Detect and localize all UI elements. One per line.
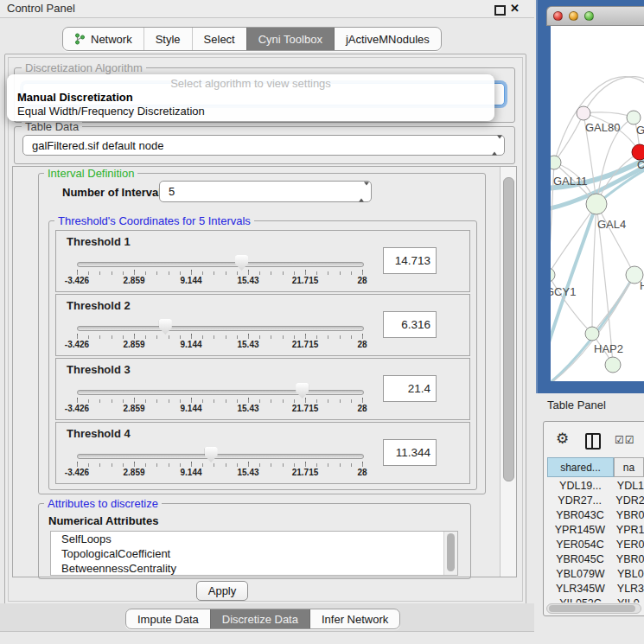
tick-label: 21.715 (292, 276, 319, 285)
checkbox-icons[interactable]: ☑☑ (615, 434, 635, 446)
threshold-slider-track[interactable] (77, 262, 364, 267)
settings-gear-icon[interactable]: ⚙ (556, 430, 569, 447)
table-row[interactable]: YDL19...YDL1 (547, 480, 644, 494)
table-data-combobox[interactable]: galFiltered.sif default node (22, 135, 505, 156)
tick-label: -3.426 (65, 468, 89, 477)
cell-name: YLR3 (614, 583, 644, 597)
table-row[interactable]: YIL052CYIL0 (547, 597, 644, 603)
tab-infer-network[interactable]: Infer Network (309, 609, 399, 628)
slider-tick-labels: -3.4262.8599.14415.4321.71528 (77, 468, 362, 478)
tick-label: 15.43 (237, 468, 258, 477)
tab-impute-data[interactable]: Impute Data (126, 609, 210, 628)
slider-thumb-icon[interactable] (205, 447, 218, 462)
network-window-titlebar[interactable] (546, 6, 644, 26)
zoom-traffic-light-icon[interactable] (584, 11, 594, 21)
network-view[interactable]: GAL80GACGAL11GAL4GCY1HHAP2 (551, 26, 644, 381)
table-row[interactable]: YLR345WYLR3 (547, 583, 644, 597)
threshold-slider-track[interactable] (77, 454, 364, 459)
tab-style[interactable]: Style (143, 28, 192, 50)
tick-label: -3.426 (65, 276, 89, 285)
node-label: H (640, 279, 644, 292)
column-layout-icon[interactable] (585, 433, 601, 450)
table-row[interactable]: YPR145WYPR1 (547, 524, 644, 539)
table-row[interactable]: YBL079WYBL0 (547, 568, 644, 583)
tab-jactivemnodules[interactable]: jActiveMNodules (334, 28, 441, 50)
threshold-value-field[interactable]: 11.344 (383, 439, 437, 466)
tick-label: 2.859 (123, 340, 144, 349)
popup-item-manual-discretization[interactable]: Manual Discretization (17, 91, 133, 104)
scrollbar-thumb[interactable] (503, 177, 514, 481)
table-data-value: galFiltered.sif default node (32, 139, 163, 152)
network-node-hap2[interactable] (585, 327, 599, 341)
numerical-attributes-label: Numerical Attributes (48, 514, 158, 527)
network-icon (74, 33, 86, 45)
cell-name: YPR1 (613, 524, 644, 539)
network-node-ga[interactable] (627, 111, 641, 124)
slider-tick-labels: -3.4262.8599.14415.4321.71528 (77, 404, 362, 414)
table-row[interactable]: YBR043CYBR0 (547, 509, 644, 524)
float-window-icon[interactable] (494, 5, 506, 16)
scrollbar-thumb[interactable] (549, 605, 635, 612)
table-header-row: shared...na (547, 457, 644, 477)
horizontal-scrollbar[interactable] (546, 603, 641, 614)
threshold-slider-track[interactable] (77, 390, 364, 395)
column-header[interactable]: shared... (547, 457, 614, 477)
cyni-mode-tabbar: Impute DataDiscretize DataInfer Network (125, 609, 400, 629)
popup-item-equal-width-frequency[interactable]: Equal Width/Frequency Discretization (17, 105, 205, 118)
num-intervals-combobox[interactable]: 5 (159, 181, 372, 202)
attribute-item[interactable]: SelfLoops (51, 532, 457, 546)
table-rows: YDL19...YDL1YDR27...YDR2YBR043CYBR0YPR14… (547, 480, 644, 603)
column-header[interactable]: na (614, 457, 644, 477)
tab-network[interactable]: Network (63, 28, 143, 50)
network-node-gal80[interactable] (577, 106, 590, 120)
cell-shared-name: YDL19... (547, 480, 614, 494)
tab-cyni-toolbox[interactable]: Cyni Toolbox (246, 28, 334, 50)
slider-minor-ticks (77, 463, 363, 467)
node-label: GAL11 (553, 175, 588, 188)
tick-label: 15.43 (237, 340, 258, 349)
list-scrollbar[interactable] (443, 532, 457, 575)
vertical-scrollbar[interactable] (500, 167, 516, 577)
threshold-value-field[interactable]: 14.713 (383, 247, 437, 274)
network-node[interactable] (605, 357, 621, 373)
network-node-gal4[interactable] (586, 194, 607, 214)
group-title: Interval Definition (44, 167, 137, 180)
tick-label: 21.715 (292, 468, 319, 477)
tick-label: 9.144 (180, 340, 201, 349)
cell-name: YER0 (613, 539, 644, 553)
network-node-gal11[interactable] (551, 156, 561, 169)
tick-label: 28 (357, 468, 367, 477)
threshold-value-field[interactable]: 6.316 (383, 311, 437, 338)
threshold-value-field[interactable]: 21.4 (383, 375, 437, 402)
node-label: GAL4 (597, 218, 626, 231)
slider-thumb-icon[interactable] (235, 255, 248, 271)
network-node-gcy1[interactable] (551, 268, 555, 282)
close-traffic-light-icon[interactable] (553, 11, 563, 21)
attribute-item[interactable]: TopologicalCoefficient (51, 546, 457, 561)
combo-arrows-icon (359, 185, 365, 198)
minimize-traffic-light-icon[interactable] (569, 11, 578, 21)
apply-button[interactable]: Apply (196, 581, 248, 601)
slider-thumb-icon[interactable] (296, 383, 309, 399)
node-label: GAL80 (585, 121, 620, 134)
tick-label: 2.859 (123, 404, 144, 413)
slider-thumb-icon[interactable] (159, 319, 172, 335)
table-row[interactable]: YBR045CYBR0 (547, 553, 644, 568)
cell-shared-name: YLR345W (547, 583, 614, 597)
attribute-item[interactable]: BetweennessCentrality (51, 561, 457, 576)
tab-label: Select (204, 33, 235, 46)
threshold-label: Threshold 3 (67, 363, 131, 376)
scrollbar-thumb[interactable] (447, 533, 455, 571)
tick-label: 28 (357, 276, 367, 285)
tick-label: 9.144 (180, 404, 201, 413)
table-row[interactable]: YER054CYER0 (547, 539, 644, 553)
table-row[interactable]: YDR27...YDR2 (547, 494, 644, 509)
close-icon[interactable]: ✕ (510, 2, 520, 15)
tab-discretize-data[interactable]: Discretize Data (210, 609, 309, 628)
tab-select[interactable]: Select (192, 28, 246, 50)
num-intervals-label: Number of Intervals (62, 186, 168, 199)
threshold-slider-track[interactable] (77, 326, 364, 331)
tick-label: 21.715 (292, 404, 319, 413)
numerical-attributes-list[interactable]: SelfLoopsTopologicalCoefficientBetweenne… (50, 531, 458, 576)
threshold-label: Threshold 1 (67, 235, 131, 248)
